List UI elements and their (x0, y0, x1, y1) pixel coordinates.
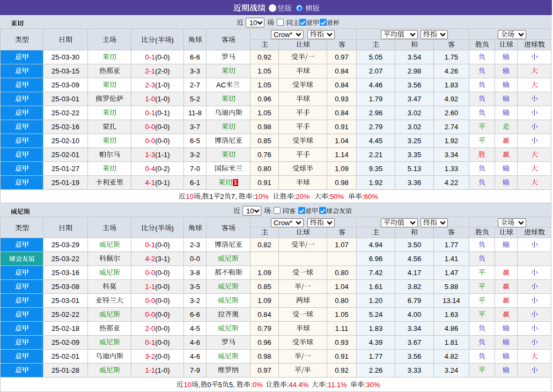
svg-text:C: C (221, 82, 226, 88)
svg-text:A: A (216, 82, 221, 88)
